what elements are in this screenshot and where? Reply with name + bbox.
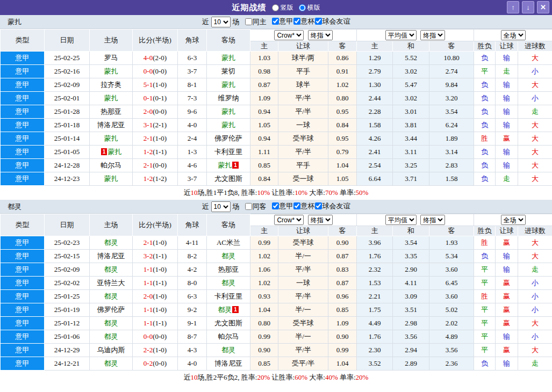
corner-cell: 4-0 xyxy=(178,119,207,132)
result-goals-cell: 小 xyxy=(518,290,552,303)
home-team-cell: 都灵 xyxy=(90,290,133,303)
sub-header-outcome: 胜负 xyxy=(474,41,496,52)
team-name-text: 蒙扎 xyxy=(107,148,121,156)
layout-vertical-radio[interactable]: 竖版 xyxy=(272,3,293,12)
full-time-score: 2-1 xyxy=(144,161,153,169)
result-goals-cell: 大 xyxy=(518,159,552,172)
team-name-text: 亚特兰大 xyxy=(97,279,125,287)
avg-home-odds-cell: 2.28 xyxy=(357,105,393,119)
date-cell: 25-02-09 xyxy=(45,78,90,92)
corner-cell: 4-2 xyxy=(178,263,207,277)
league-filter-球会友谊[interactable]: 球会友谊 xyxy=(315,201,350,211)
score-cell: 0-1(0-1) xyxy=(133,92,178,105)
avg-home-odds-cell: 4.26 xyxy=(357,132,393,146)
league-filter-意杯[interactable]: 意杯 xyxy=(293,201,315,211)
summary-text: 单率: xyxy=(338,373,356,381)
away-team-cell: 蒙扎 xyxy=(207,52,250,65)
scope-select[interactable]: 全场 xyxy=(501,30,526,40)
crow-away-odds-cell: 0.87 xyxy=(328,250,357,263)
full-time-score: 2-1 xyxy=(144,134,153,142)
match-row: 意甲24-12-28帕尔马2-1(0-0)4-6蒙扎10.85平手1.042.5… xyxy=(1,159,552,172)
result-handicap-cell: 输 xyxy=(496,105,518,119)
league-filter-球会友谊[interactable]: 球会友谊 xyxy=(315,17,350,26)
result-goals-cell: 大 xyxy=(518,132,552,146)
score-cell: 2-2(1-0) xyxy=(133,344,178,357)
crow-handicap-cell: 受半球 xyxy=(278,132,328,146)
average-select[interactable]: 平均值 xyxy=(385,215,417,225)
horizontal-radio-input[interactable] xyxy=(299,4,306,11)
crow-home-odds-cell: 1.11 xyxy=(250,146,278,159)
league-checkbox-input[interactable] xyxy=(293,18,300,25)
result-outcome-cell: 平 xyxy=(474,65,496,78)
avg-home-odds-cell: 6.64 xyxy=(357,172,393,186)
league-checkbox-label: 球会友谊 xyxy=(322,17,350,26)
home-team-cell: 热那亚 xyxy=(90,105,133,119)
move-up-button[interactable]: ↑ xyxy=(507,1,519,13)
result-goals-cell: 大 xyxy=(518,317,552,330)
away-team-cell: 卡利亚里 xyxy=(207,146,250,159)
crow-home-odds-cell: 1.05 xyxy=(250,119,278,132)
crow-home-odds-cell: 1.03 xyxy=(250,52,278,65)
team-name-text: AC米兰 xyxy=(217,238,240,246)
result-handicap-cell: 输 xyxy=(496,92,518,105)
match-row: 意甲25-01-051蒙扎1-2(1-1)1-3卡利亚里1.11平/半0.792… xyxy=(1,146,552,159)
crow-handicap-cell: 受平/半 xyxy=(278,357,328,371)
match-row: 意甲24-12-29乌迪内斯2-2(1-0)4-3都灵0.90平/半0.992.… xyxy=(1,344,552,357)
team-name-text: 蒙扎 xyxy=(104,175,118,183)
result-handicap-cell: 输 xyxy=(496,330,518,344)
result-outcome-cell: 胜 xyxy=(474,132,496,146)
team-name-text: 蒙扎 xyxy=(221,81,235,89)
corner-cell: 6-3 xyxy=(178,52,207,65)
crow-handicap-cell: 半/一 xyxy=(278,330,328,344)
team-name-text: 蒙扎 xyxy=(104,67,118,75)
bookmaker-select[interactable]: Crow* xyxy=(274,215,304,225)
league-checkbox-input[interactable] xyxy=(315,18,322,25)
summary-stat-value: 10 xyxy=(191,188,198,197)
league-checkbox-input[interactable] xyxy=(293,202,300,209)
avg-final-index-select[interactable]: 终指 xyxy=(420,30,445,40)
result-outcome-cell: 胜 xyxy=(474,236,496,250)
league-cell: 意甲 xyxy=(1,263,45,277)
bookmaker-select[interactable]: Crow* xyxy=(274,30,304,40)
avg-away-odds-cell: 2.36 xyxy=(429,357,474,371)
average-select[interactable]: 平均值 xyxy=(385,30,417,40)
crow-handicap-cell: 平手 xyxy=(278,65,328,78)
match-count-select[interactable]: 10 xyxy=(211,17,231,27)
away-team-cell: 蒙扎 xyxy=(207,119,250,132)
crow-handicap-cell: 平/半 xyxy=(278,263,328,277)
layout-horizontal-radio[interactable]: 横版 xyxy=(299,3,320,12)
vertical-radio-input[interactable] xyxy=(272,4,279,11)
score-cell: 1-2(1-2) xyxy=(133,172,178,186)
venue-filter-checkbox[interactable]: 同主 xyxy=(245,17,267,27)
match-row: 意甲25-01-12都灵1-1(1-1)9-1尤文图斯0.80受半球1.094.… xyxy=(1,317,552,330)
home-team-cell: 博洛尼亚 xyxy=(90,119,133,132)
crow-away-odds-cell: 0.86 xyxy=(328,52,357,65)
league-checkbox-input[interactable] xyxy=(315,202,322,209)
move-down-button[interactable]: ↓ xyxy=(522,1,534,13)
league-filter-意甲[interactable]: 意甲 xyxy=(272,201,293,211)
league-filter-意甲[interactable]: 意甲 xyxy=(272,17,293,26)
league-checkbox-input[interactable] xyxy=(272,18,279,25)
crow-home-odds-cell: 1.06 xyxy=(250,263,278,277)
league-filter-意杯[interactable]: 意杯 xyxy=(293,17,315,26)
venue-checkbox-input[interactable] xyxy=(245,203,252,210)
corner-cell: 9-2 xyxy=(178,303,207,317)
match-count-select[interactable]: 10 xyxy=(211,201,231,212)
close-button[interactable]: ✕ xyxy=(537,1,549,13)
result-handicap-cell: 赢 xyxy=(496,317,518,330)
team-section: 都灵 近 10 场 同客 意甲意杯球会友谊 xyxy=(0,200,552,384)
venue-filter-checkbox[interactable]: 同客 xyxy=(245,202,267,212)
team-name-text: 佛罗伦萨 xyxy=(214,134,242,142)
venue-checkbox-input[interactable] xyxy=(245,18,252,25)
corner-cell: 6-3 xyxy=(178,290,207,303)
home-team-cell: 蒙扎 xyxy=(90,65,133,78)
crow-final-index-select[interactable]: 终指 xyxy=(308,30,333,40)
avg-draw-odds-cell: 3.71 xyxy=(393,172,429,186)
avg-final-index-select[interactable]: 终指 xyxy=(420,215,445,225)
team-name-text: 蒙扎 xyxy=(218,161,232,169)
league-checkbox-input[interactable] xyxy=(272,202,279,209)
crow-away-odds-cell: 0.85 xyxy=(328,303,357,317)
result-goals-cell: 小 xyxy=(518,303,552,317)
crow-final-index-select[interactable]: 终指 xyxy=(308,215,333,225)
scope-select[interactable]: 全场 xyxy=(501,215,526,225)
